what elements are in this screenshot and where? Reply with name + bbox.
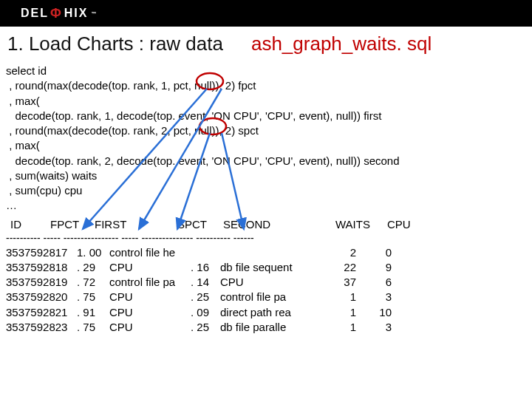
cell-first: control file pa <box>109 275 191 290</box>
cell-id: 3537592823 <box>6 320 77 335</box>
logo-right: HIX <box>64 7 89 20</box>
cell-spct: . 16 <box>191 260 220 275</box>
sql-block: select id , round(max(decode(top. rank, … <box>6 64 526 214</box>
sql-line: , max( <box>6 94 526 109</box>
title-bar: 1. Load Charts : raw data ash_graph_wait… <box>0 27 532 59</box>
cell-waits: 1 <box>331 305 356 320</box>
table-row: 3537592823. 75CPU. 25db file paralle13 <box>6 320 526 335</box>
logo-phi-icon: Φ <box>50 6 63 21</box>
cell-first: CPU <box>109 290 191 304</box>
logo-tm: ™ <box>91 11 96 16</box>
cell-waits: 22 <box>331 260 356 275</box>
cell-id: 3537592819 <box>6 275 77 290</box>
logo-left: DEL <box>21 7 49 20</box>
script-filename: ash_graph_waits. sql <box>251 33 432 55</box>
cell-cpu: 3 <box>366 320 392 335</box>
slide-title: 1. Load Charts : raw data <box>7 33 223 55</box>
sql-line: decode(top. rank, 1, decode(top. event, … <box>6 109 526 123</box>
sql-line: , sum(cpu) cpu <box>6 183 526 198</box>
cell-fpct: . 75 <box>77 320 109 335</box>
table-row: 3537592818. 29CPU. 16db file sequent229 <box>6 260 526 275</box>
col-fpct: FPCT <box>50 218 95 231</box>
col-first: FIRST <box>95 218 148 231</box>
cell-fpct: 1. 00 <box>77 245 109 260</box>
table-row: 3537592820. 75CPU. 25control file pa13 <box>6 290 526 304</box>
table-row: 3537592821. 91CPU. 09direct path rea110 <box>6 305 526 320</box>
cell-cpu: 3 <box>366 290 392 304</box>
content-area: select id , round(max(decode(top. rank, … <box>0 59 532 335</box>
sql-line: select id <box>6 64 526 78</box>
column-headers: ID FPCT FIRST SPCT SECOND WAITS CPU <box>6 218 526 231</box>
cell-spct: . 09 <box>191 305 220 320</box>
sql-line: , round(max(decode(top. rank, 1, pct, nu… <box>6 78 526 93</box>
cell-waits: 37 <box>331 275 356 290</box>
delphix-logo: DEL Φ HIX ™ <box>21 6 96 21</box>
col-spct: SPCT <box>177 218 223 231</box>
cell-spct <box>191 245 220 260</box>
cell-fpct: . 75 <box>77 290 109 304</box>
col-id: ID <box>10 218 37 231</box>
cell-fpct: . 72 <box>77 275 109 290</box>
cell-fpct: . 91 <box>77 305 109 320</box>
cell-waits: 1 <box>331 320 356 335</box>
col-waits: WAITS <box>335 218 380 231</box>
cell-second <box>220 245 331 260</box>
table-row: 3537592819. 72control file pa. 14CPU376 <box>6 275 526 290</box>
cell-second: db file sequent <box>220 260 331 275</box>
col-second: SECOND <box>223 218 290 231</box>
cell-waits: 1 <box>331 290 356 304</box>
cell-second: control file pa <box>220 290 331 304</box>
cell-spct: . 25 <box>191 320 220 335</box>
cell-cpu: 10 <box>366 305 392 320</box>
result-table: 35375928171. 00control file he2035375928… <box>6 245 526 335</box>
cell-first: CPU <box>109 305 191 320</box>
cell-second: CPU <box>220 275 331 290</box>
cell-cpu: 9 <box>366 260 392 275</box>
cell-spct: . 25 <box>191 290 220 304</box>
sql-line: , round(max(decode(top. rank, 2, pct, nu… <box>6 123 526 138</box>
cell-second: direct path rea <box>220 305 331 320</box>
separator-dashes: ---------- ----- ---------------- ----- … <box>6 232 526 244</box>
sql-line: decode(top. rank, 2, decode(top. event, … <box>6 154 526 168</box>
table-row: 35375928171. 00control file he20 <box>6 245 526 260</box>
cell-cpu: 0 <box>366 245 392 260</box>
cell-id: 3537592821 <box>6 305 77 320</box>
sql-line: , max( <box>6 138 526 153</box>
cell-id: 3537592818 <box>6 260 77 275</box>
sql-line: , sum(waits) waits <box>6 168 526 183</box>
cell-second: db file paralle <box>220 320 331 335</box>
cell-waits: 2 <box>331 245 356 260</box>
col-cpu: CPU <box>387 218 424 231</box>
cell-first: CPU <box>109 320 191 335</box>
top-bar: DEL Φ HIX ™ <box>0 0 532 27</box>
cell-cpu: 6 <box>366 275 392 290</box>
cell-id: 3537592820 <box>6 290 77 304</box>
cell-id: 3537592817 <box>6 245 77 260</box>
cell-first: CPU <box>109 260 191 275</box>
cell-fpct: . 29 <box>77 260 109 275</box>
cell-spct: . 14 <box>191 275 220 290</box>
cell-first: control file he <box>109 245 191 260</box>
sql-line: … <box>6 198 526 213</box>
